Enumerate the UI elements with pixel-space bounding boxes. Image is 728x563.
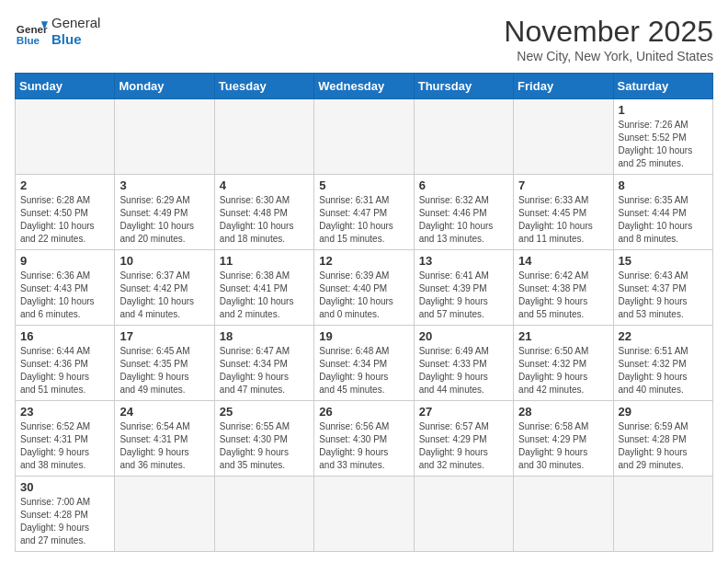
calendar-cell: 10Sunrise: 6:37 AM Sunset: 4:42 PM Dayli… (115, 250, 214, 326)
day-info: Sunrise: 6:45 AM Sunset: 4:35 PM Dayligh… (119, 345, 209, 396)
day-info: Sunrise: 6:48 AM Sunset: 4:34 PM Dayligh… (319, 345, 408, 396)
day-info: Sunrise: 6:58 AM Sunset: 4:29 PM Dayligh… (518, 420, 608, 472)
col-saturday: Saturday (613, 74, 712, 99)
day-number: 14 (518, 254, 608, 268)
calendar-cell: 8Sunrise: 6:35 AM Sunset: 4:44 PM Daylig… (613, 175, 712, 250)
day-number: 28 (518, 405, 608, 419)
col-friday: Friday (514, 74, 613, 99)
day-number: 13 (419, 254, 508, 268)
calendar-cell: 13Sunrise: 6:41 AM Sunset: 4:39 PM Dayli… (414, 250, 513, 326)
day-info: Sunrise: 6:55 AM Sunset: 4:30 PM Dayligh… (220, 420, 309, 472)
page-header: General Blue General Blue November 2025 … (15, 15, 713, 63)
weekday-header-row: Sunday Monday Tuesday Wednesday Thursday… (16, 74, 713, 99)
month-title: November 2025 (504, 15, 713, 49)
day-info: Sunrise: 6:42 AM Sunset: 4:38 PM Dayligh… (518, 270, 608, 321)
col-wednesday: Wednesday (314, 74, 414, 99)
calendar-cell: 22Sunrise: 6:51 AM Sunset: 4:32 PM Dayli… (613, 326, 712, 401)
day-number: 2 (20, 178, 109, 192)
day-info: Sunrise: 6:35 AM Sunset: 4:44 PM Dayligh… (619, 194, 708, 246)
calendar-cell (314, 99, 414, 175)
day-info: Sunrise: 6:33 AM Sunset: 4:45 PM Dayligh… (518, 194, 608, 246)
day-number: 30 (20, 480, 109, 494)
day-info: Sunrise: 6:44 AM Sunset: 4:36 PM Dayligh… (20, 345, 109, 396)
calendar-cell: 28Sunrise: 6:58 AM Sunset: 4:29 PM Dayli… (514, 401, 613, 477)
day-number: 10 (119, 254, 209, 268)
day-number: 17 (119, 329, 209, 343)
logo-icon: General Blue (15, 15, 48, 48)
day-info: Sunrise: 6:43 AM Sunset: 4:37 PM Dayligh… (619, 270, 708, 321)
calendar-cell: 2Sunrise: 6:28 AM Sunset: 4:50 PM Daylig… (16, 175, 115, 250)
col-sunday: Sunday (16, 74, 115, 99)
day-number: 9 (20, 254, 109, 268)
calendar-cell: 25Sunrise: 6:55 AM Sunset: 4:30 PM Dayli… (214, 401, 313, 477)
calendar-cell: 24Sunrise: 6:54 AM Sunset: 4:31 PM Dayli… (115, 401, 214, 477)
calendar-cell: 11Sunrise: 6:38 AM Sunset: 4:41 PM Dayli… (214, 250, 313, 326)
day-number: 7 (518, 178, 608, 192)
calendar-cell (16, 99, 115, 175)
day-number: 16 (20, 329, 109, 343)
day-number: 12 (319, 254, 408, 268)
day-number: 26 (319, 405, 408, 419)
calendar-cell (414, 477, 513, 552)
calendar-cell: 29Sunrise: 6:59 AM Sunset: 4:28 PM Dayli… (613, 401, 712, 477)
calendar-cell: 19Sunrise: 6:48 AM Sunset: 4:34 PM Dayli… (314, 326, 414, 401)
day-number: 22 (619, 329, 708, 343)
day-info: Sunrise: 6:37 AM Sunset: 4:42 PM Dayligh… (119, 270, 209, 321)
day-number: 11 (220, 254, 309, 268)
title-block: November 2025 New City, New York, United… (504, 15, 713, 63)
calendar-cell: 16Sunrise: 6:44 AM Sunset: 4:36 PM Dayli… (16, 326, 115, 401)
day-number: 5 (319, 178, 408, 192)
col-thursday: Thursday (414, 74, 513, 99)
calendar-cell: 7Sunrise: 6:33 AM Sunset: 4:45 PM Daylig… (514, 175, 613, 250)
calendar-cell: 12Sunrise: 6:39 AM Sunset: 4:40 PM Dayli… (314, 250, 414, 326)
day-number: 4 (220, 178, 309, 192)
logo-general-text: General (51, 15, 100, 31)
day-number: 19 (319, 329, 408, 343)
day-number: 18 (220, 329, 309, 343)
day-number: 8 (619, 178, 708, 192)
day-info: Sunrise: 6:56 AM Sunset: 4:30 PM Dayligh… (319, 420, 408, 472)
day-info: Sunrise: 6:29 AM Sunset: 4:49 PM Dayligh… (119, 194, 209, 246)
svg-text:Blue: Blue (17, 34, 40, 46)
calendar-cell (514, 477, 613, 552)
calendar-cell: 18Sunrise: 6:47 AM Sunset: 4:34 PM Dayli… (214, 326, 313, 401)
day-info: Sunrise: 6:54 AM Sunset: 4:31 PM Dayligh… (119, 420, 209, 472)
calendar-cell: 27Sunrise: 6:57 AM Sunset: 4:29 PM Dayli… (414, 401, 513, 477)
calendar-cell (613, 477, 712, 552)
day-info: Sunrise: 6:28 AM Sunset: 4:50 PM Dayligh… (20, 194, 109, 246)
day-info: Sunrise: 6:57 AM Sunset: 4:29 PM Dayligh… (419, 420, 508, 472)
calendar-cell (314, 477, 414, 552)
day-info: Sunrise: 6:39 AM Sunset: 4:40 PM Dayligh… (319, 270, 408, 321)
day-info: Sunrise: 6:36 AM Sunset: 4:43 PM Dayligh… (20, 270, 109, 321)
day-info: Sunrise: 6:30 AM Sunset: 4:48 PM Dayligh… (220, 194, 309, 246)
calendar-cell (115, 99, 214, 175)
day-number: 23 (20, 405, 109, 419)
day-info: Sunrise: 6:59 AM Sunset: 4:28 PM Dayligh… (619, 420, 708, 472)
calendar-cell: 30Sunrise: 7:00 AM Sunset: 4:28 PM Dayli… (16, 477, 115, 552)
day-number: 24 (119, 405, 209, 419)
location-text: New City, New York, United States (504, 49, 713, 63)
calendar-cell: 5Sunrise: 6:31 AM Sunset: 4:47 PM Daylig… (314, 175, 414, 250)
calendar-cell: 15Sunrise: 6:43 AM Sunset: 4:37 PM Dayli… (613, 250, 712, 326)
col-monday: Monday (115, 74, 214, 99)
calendar-cell: 1Sunrise: 7:26 AM Sunset: 5:52 PM Daylig… (613, 99, 712, 175)
calendar-cell (514, 99, 613, 175)
calendar-cell (214, 99, 313, 175)
calendar-cell: 4Sunrise: 6:30 AM Sunset: 4:48 PM Daylig… (214, 175, 313, 250)
calendar-cell: 3Sunrise: 6:29 AM Sunset: 4:49 PM Daylig… (115, 175, 214, 250)
day-number: 6 (419, 178, 508, 192)
calendar-cell: 14Sunrise: 6:42 AM Sunset: 4:38 PM Dayli… (514, 250, 613, 326)
day-number: 15 (619, 254, 708, 268)
day-info: Sunrise: 6:47 AM Sunset: 4:34 PM Dayligh… (220, 345, 309, 396)
day-number: 25 (220, 405, 309, 419)
logo-blue-text: Blue (51, 31, 100, 48)
day-info: Sunrise: 6:38 AM Sunset: 4:41 PM Dayligh… (220, 270, 309, 321)
calendar-cell: 23Sunrise: 6:52 AM Sunset: 4:31 PM Dayli… (16, 401, 115, 477)
day-info: Sunrise: 7:00 AM Sunset: 4:28 PM Dayligh… (20, 496, 109, 547)
day-number: 27 (419, 405, 508, 419)
day-info: Sunrise: 7:26 AM Sunset: 5:52 PM Dayligh… (619, 119, 708, 170)
calendar-cell: 17Sunrise: 6:45 AM Sunset: 4:35 PM Dayli… (115, 326, 214, 401)
day-info: Sunrise: 6:41 AM Sunset: 4:39 PM Dayligh… (419, 270, 508, 321)
calendar-table: Sunday Monday Tuesday Wednesday Thursday… (15, 73, 713, 552)
col-tuesday: Tuesday (214, 74, 313, 99)
